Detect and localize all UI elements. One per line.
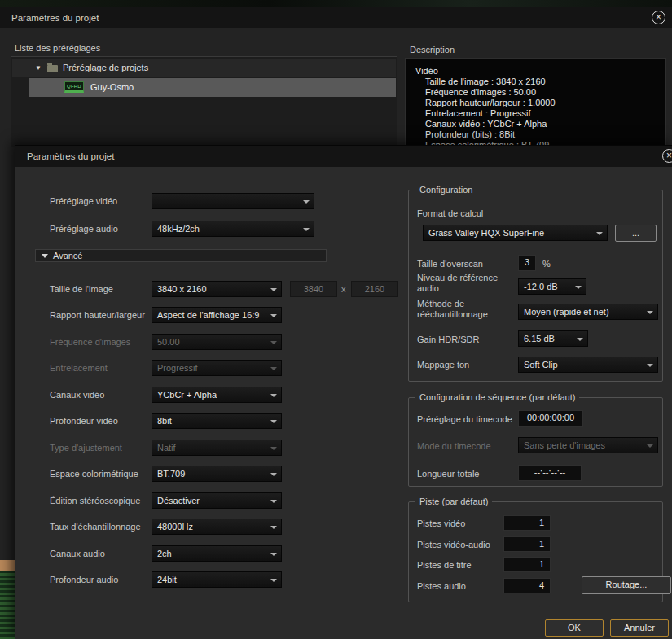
- selected-value: Moyen (rapide et net): [524, 307, 609, 317]
- tracks-group-title: Piste (par défaut): [415, 497, 492, 507]
- configuration-group-title: Configuration: [415, 185, 477, 195]
- cancel-button[interactable]: Annuler: [610, 619, 669, 637]
- audio-preset-select[interactable]: 48kHz/2ch: [152, 221, 314, 237]
- selected-value: 24bit: [157, 575, 177, 584]
- audio-channels-select[interactable]: 2ch: [152, 545, 282, 562]
- video-channels-select[interactable]: YCbCr + Alpha: [152, 387, 282, 403]
- title-tracks-label: Pistes de titre: [417, 560, 472, 571]
- tone-mapping-select[interactable]: Soft Clip: [518, 357, 658, 373]
- format-more-button[interactable]: ...: [615, 225, 657, 242]
- selected-value: 50.00: [157, 337, 180, 347]
- aspect-ratio-label: Rapport hauteur/largeur: [50, 310, 145, 320]
- framerate-select: 50.00: [152, 334, 282, 350]
- description-line: Rapport hauteur/largeur : 1.0000: [406, 98, 665, 108]
- selected-value: BT.709: [157, 469, 185, 479]
- selected-value: 2ch: [157, 549, 172, 558]
- description-label: Description: [410, 45, 455, 55]
- dialog-title: Paramètres du projet: [11, 13, 99, 23]
- stereoscopic-label: Édition stéréoscopique: [50, 496, 140, 506]
- timecode-mode-label: Mode du timecode: [417, 441, 491, 452]
- screen: { "back": { "title": "Paramètres du proj…: [0, 0, 672, 639]
- tree-item-label: Guy-Osmo: [90, 82, 134, 92]
- color-space-label: Espace colorimétrique: [50, 469, 138, 479]
- video-tracks-field[interactable]: 1: [503, 515, 551, 531]
- project-settings-dialog: Paramètres du projet × Préréglage vidéo …: [15, 145, 672, 639]
- audio-tracks-field[interactable]: 4: [503, 578, 551, 593]
- qfhd-preset-icon: QFHD: [64, 81, 84, 93]
- selected-value: -12.0 dB: [524, 282, 558, 291]
- audio-reference-level-select[interactable]: -12.0 dB: [518, 278, 586, 295]
- timeline-waveform-fragment: [0, 571, 15, 639]
- configuration-group: Configuration Format de calcul Grass Val…: [408, 190, 663, 382]
- timecode-preset-field[interactable]: 00:00:00:00: [518, 410, 583, 427]
- audio-reference-level-label: Niveau de référence audio: [417, 273, 502, 294]
- video-depth-select[interactable]: 8bit: [152, 413, 282, 429]
- close-icon[interactable]: ×: [652, 11, 665, 24]
- resampling-method-select[interactable]: Moyen (rapide et net): [518, 304, 658, 320]
- background-timeline-sliver: [0, 560, 15, 639]
- timecode-preset-label: Préréglage du timecode: [417, 414, 512, 425]
- total-length-field[interactable]: --:--:--:--: [518, 465, 582, 481]
- image-width-field: 3840: [290, 281, 337, 297]
- resampling-method-label: Méthode de rééchantillonnage: [417, 299, 502, 320]
- description-line: Fréquence d'images : 50.00: [406, 87, 665, 98]
- selected-value: Natif: [157, 443, 176, 453]
- overscan-field[interactable]: 3: [518, 255, 536, 271]
- selected-value: 3840 x 2160: [157, 284, 207, 294]
- audio-depth-select[interactable]: 24bit: [152, 571, 282, 588]
- folder-icon: [47, 65, 58, 72]
- aspect-ratio-select[interactable]: Aspect de l'affichage 16:9: [152, 307, 282, 323]
- image-height-value: 2160: [365, 284, 384, 294]
- selected-value: 48kHz/2ch: [157, 224, 200, 234]
- overscan-label: Taille d'overscan: [417, 259, 483, 269]
- tree-folder-row[interactable]: ▼ Préréglage de projets: [12, 59, 396, 77]
- selected-value: Sans perte d'images: [524, 440, 605, 450]
- stereoscopic-select[interactable]: Désactiver: [152, 492, 282, 509]
- selected-value: YCbCr + Alpha: [157, 390, 217, 400]
- va-tracks-field[interactable]: 1: [503, 536, 551, 552]
- color-space-select[interactable]: BT.709: [152, 466, 282, 482]
- image-size-label: Taille de l'image: [50, 284, 113, 294]
- sample-rate-select[interactable]: 48000Hz: [152, 519, 282, 535]
- selected-value: Progressif: [157, 363, 198, 373]
- close-icon[interactable]: ×: [662, 149, 672, 163]
- framerate-label: Fréquence d'images: [50, 337, 130, 347]
- render-format-select[interactable]: Grass Valley HQX SuperFine: [423, 225, 608, 241]
- sequence-group: Configuration de séquence (par défaut) P…: [408, 397, 663, 487]
- description-line: Vidéo: [406, 66, 665, 77]
- selected-value: Soft Clip: [524, 360, 558, 370]
- video-depth-label: Profondeur vidéo: [50, 416, 118, 426]
- audio-preset-label: Préréglage audio: [50, 224, 118, 234]
- audio-depth-label: Profondeur audio: [50, 575, 118, 584]
- description-line: Profondeur (bits) : 8Bit: [406, 129, 665, 140]
- advanced-section-toggle[interactable]: Avancé: [35, 249, 327, 262]
- interlace-label: Entrelacement: [50, 363, 108, 373]
- description-line: Taille de l'image : 3840 x 2160: [406, 77, 665, 87]
- dialog-titlebar[interactable]: Paramètres du projet ×: [0, 7, 672, 28]
- selected-value: Grass Valley HQX SuperFine: [428, 228, 544, 238]
- hdr-sdr-gain-select[interactable]: 6.15 dB: [518, 330, 588, 347]
- tree-expand-icon[interactable]: ▼: [35, 64, 42, 72]
- audio-tracks-label: Pistes audio: [417, 581, 466, 592]
- chevron-down-icon: [42, 254, 48, 258]
- image-size-select[interactable]: 3840 x 2160: [152, 281, 282, 297]
- image-height-field: 2160: [351, 281, 398, 297]
- interlace-select: Progressif: [152, 360, 282, 376]
- tree-item-selected[interactable]: QFHD Guy-Osmo: [29, 78, 396, 97]
- dialog-title: Paramètres du projet: [27, 151, 114, 161]
- dialog-titlebar[interactable]: Paramètres du projet ×: [15, 146, 672, 167]
- description-line: Entrelacement : Progressif: [406, 108, 665, 119]
- tracks-group: Piste (par défaut) Pistes vidéo 1 Pistes…: [408, 501, 663, 602]
- video-channels-label: Canaux vidéo: [50, 390, 104, 400]
- sample-rate-label: Taux d'échantillonnage: [50, 522, 141, 532]
- video-preset-select[interactable]: [152, 193, 314, 209]
- ok-button[interactable]: OK: [545, 619, 604, 637]
- render-format-label: Format de calcul: [417, 208, 483, 219]
- title-tracks-field[interactable]: 1: [503, 557, 551, 572]
- selected-value: 6.15 dB: [524, 334, 555, 344]
- tone-mapping-label: Mappage ton: [417, 360, 469, 370]
- routing-button[interactable]: Routage...: [582, 576, 671, 594]
- adjustment-type-label: Type d'ajustement: [50, 443, 122, 453]
- audio-channels-label: Canaux audio: [50, 549, 105, 558]
- image-width-value: 3840: [304, 284, 323, 294]
